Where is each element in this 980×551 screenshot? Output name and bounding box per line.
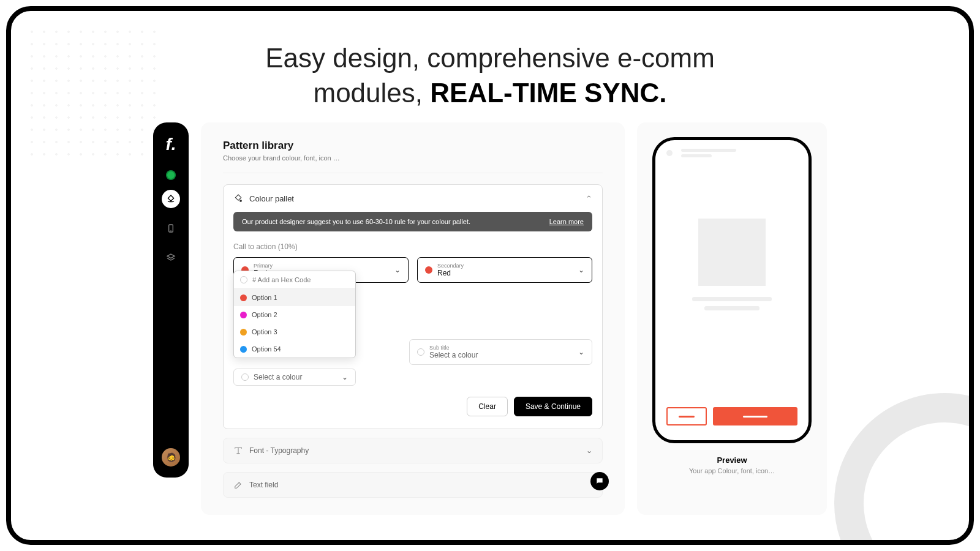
secondary-value: Red [437, 269, 573, 277]
layers-icon [166, 253, 176, 263]
placeholder-line [692, 297, 772, 301]
main-panel: Pattern library Choose your brand colour… [201, 122, 625, 515]
help-fab[interactable] [590, 472, 609, 490]
phone-preview [652, 137, 812, 443]
preview-solid-button [713, 407, 797, 425]
colour-pallet-panel: Colour pallet ⌃ Our product designer sug… [223, 184, 603, 429]
secondary-label: Secondary [437, 263, 573, 269]
hidden-colour-select[interactable]: Select a colour ⌄ [233, 369, 356, 386]
option-swatch-icon [240, 329, 247, 335]
chevron-up-icon: ⌃ [586, 194, 592, 203]
chevron-down-icon: ⌄ [578, 266, 584, 274]
clear-button[interactable]: Clear [467, 397, 508, 416]
tip-link[interactable]: Learn more [549, 218, 584, 225]
empty-swatch-icon [240, 276, 247, 283]
divider [223, 173, 603, 173]
dropdown-option-3[interactable]: Option 3 [234, 323, 355, 340]
tip-text: Our product designer suggest you to use … [242, 218, 470, 225]
avatar[interactable]: 🧔 [162, 448, 180, 467]
placeholder-bar [681, 154, 712, 157]
page-subtitle: Choose your brand colour, font, icon … [223, 154, 603, 162]
dropdown-option-1[interactable]: Option 1 [234, 289, 355, 306]
font-typography-panel[interactable]: Font - Typography ⌄ [223, 438, 603, 463]
page-title: Pattern library [223, 140, 603, 152]
empty-swatch-icon [241, 373, 249, 381]
option-swatch-icon [240, 312, 247, 318]
primary-label: Primary [254, 263, 390, 269]
subtitle-colour-select[interactable]: Sub title Select a colour ⌄ [409, 339, 592, 365]
collapsed-label: Text field [249, 481, 278, 489]
decorative-dots [26, 26, 160, 160]
nav-item-palette[interactable] [162, 190, 180, 208]
chat-icon [595, 477, 604, 485]
panel-header[interactable]: Colour pallet ⌃ [233, 193, 592, 203]
nav-item-layers[interactable] [162, 249, 180, 267]
placeholder-bar [681, 149, 736, 152]
empty-swatch-icon [417, 348, 424, 356]
hero-line2-bold: REAL-TIME SYNC. [430, 78, 666, 108]
text-icon [233, 446, 243, 455]
cta-section-label: Call to action (10%) [233, 242, 592, 251]
secondary-swatch-icon [425, 266, 432, 274]
hero-line1: Easy design, comprehensive e-comm [265, 43, 715, 73]
preview-outline-button [666, 407, 707, 425]
nav-item-device[interactable] [162, 219, 180, 238]
panel-title: Colour pallet [249, 194, 294, 203]
tip-banner: Our product designer suggest you to use … [233, 212, 592, 231]
preview-title: Preview [717, 455, 747, 465]
collapsed-label: Font - Typography [249, 446, 309, 455]
hex-input[interactable] [252, 276, 349, 283]
option-label: Option 3 [252, 328, 277, 335]
option-swatch-icon [240, 346, 247, 353]
placeholder-line [704, 306, 760, 310]
chevron-down-icon: ⌄ [342, 373, 348, 381]
chevron-down-icon: ⌄ [586, 446, 592, 455]
phone-icon [166, 223, 176, 233]
option-swatch-icon [240, 294, 247, 301]
colour-dropdown: Option 1 Option 2 Option 3 Option 54 [233, 271, 356, 358]
placeholder-image [698, 219, 766, 286]
dropdown-search[interactable] [234, 271, 355, 289]
logo: f. [165, 135, 176, 154]
secondary-colour-select[interactable]: Secondary Red ⌄ [417, 257, 592, 283]
subtitle-value: Select a colour [429, 351, 573, 359]
save-continue-button[interactable]: Save & Continue [514, 397, 592, 416]
preview-column: Preview Your app Colour, font, icon… [637, 122, 827, 515]
placeholder-icon [666, 150, 673, 156]
decorative-ring [834, 393, 974, 545]
chevron-down-icon: ⌄ [578, 348, 584, 356]
text-field-panel[interactable]: Text field [223, 472, 603, 498]
sidebar: f. 🧔 [153, 122, 189, 478]
dropdown-option-4[interactable]: Option 54 [234, 340, 355, 358]
hero-line2-plain: modules, [314, 78, 431, 108]
fill-icon [233, 193, 243, 203]
edit-icon [233, 480, 243, 490]
fill-icon [166, 194, 176, 204]
chevron-down-icon: ⌄ [394, 266, 401, 274]
option-label: Option 54 [252, 345, 281, 353]
svg-point-2 [240, 200, 242, 202]
preview-subtitle: Your app Colour, font, icon… [689, 467, 775, 474]
status-indicator-icon [167, 171, 175, 179]
dropdown-option-2[interactable]: Option 2 [234, 306, 355, 323]
hidden-select-value: Select a colour [254, 373, 337, 381]
option-label: Option 1 [252, 294, 277, 301]
option-label: Option 2 [252, 311, 277, 318]
subtitle-label: Sub title [429, 345, 573, 351]
